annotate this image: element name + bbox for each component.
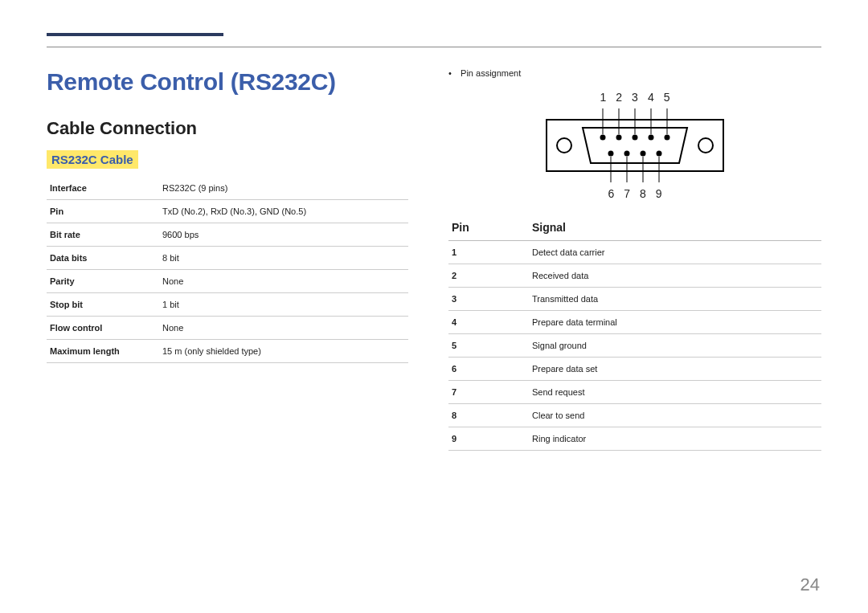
table-row: 1Detect data carrier [448, 241, 821, 264]
svg-point-5 [616, 135, 622, 141]
bottom-pin-numbers: 6 7 8 9 [530, 187, 739, 200]
header-rule [47, 47, 821, 47]
table-row: 3Transmitted data [448, 288, 821, 311]
header-accent-bar [47, 33, 223, 36]
spec-label: Stop bit [47, 293, 159, 317]
spec-value: 8 bit [159, 247, 408, 270]
pin-assignment-text: Pin assignment [461, 68, 521, 78]
table-row: Flow controlNone [47, 317, 408, 340]
svg-point-3 [698, 138, 713, 153]
spec-value: 1 bit [159, 293, 408, 317]
pin-col-header: Pin [448, 215, 529, 241]
spec-label: Bit rate [47, 223, 159, 247]
svg-point-9 [608, 151, 614, 157]
pin-assignment-label: • Pin assignment [448, 68, 821, 78]
svg-point-4 [600, 135, 606, 141]
table-row: 4Prepare data terminal [448, 311, 821, 334]
svg-point-10 [624, 151, 630, 157]
table-row: 2Received data [448, 264, 821, 288]
subsection-highlight: RS232C Cable [47, 150, 138, 169]
spec-label: Maximum length [47, 340, 159, 363]
spec-label: Flow control [47, 317, 159, 340]
table-row: PinTxD (No.2), RxD (No.3), GND (No.5) [47, 200, 408, 223]
svg-point-2 [557, 138, 571, 153]
signal-col-header: Signal [529, 215, 821, 241]
table-row: 9Ring indicator [448, 427, 821, 451]
svg-point-7 [649, 135, 654, 141]
pin-signal-table: Pin Signal 1Detect data carrier 2Receive… [448, 215, 821, 451]
table-row: 7Send request [448, 381, 821, 404]
top-pin-numbers: 1 2 3 4 5 [530, 91, 739, 104]
spec-value: 15 m (only shielded type) [159, 340, 408, 363]
table-row: ParityNone [47, 270, 408, 293]
table-row: InterfaceRS232C (9 pins) [47, 177, 408, 200]
spec-label: Interface [47, 177, 159, 200]
page-title: Remote Control (RS232C) [47, 68, 408, 96]
svg-point-12 [657, 151, 662, 157]
bullet-icon: • [448, 68, 458, 78]
svg-point-6 [633, 135, 638, 141]
table-row: Maximum length15 m (only shielded type) [47, 340, 408, 363]
spec-value: None [159, 317, 408, 340]
spec-label: Pin [47, 200, 159, 223]
page-number: 24 [800, 574, 820, 595]
table-row: Stop bit1 bit [47, 293, 408, 317]
table-row: Bit rate9600 bps [47, 223, 408, 247]
spec-value: 9600 bps [159, 223, 408, 247]
spec-label: Parity [47, 270, 159, 293]
table-row: Data bits8 bit [47, 247, 408, 270]
connector-diagram: 1 2 3 4 5 [530, 91, 739, 200]
db9-connector-icon [538, 105, 731, 186]
spec-table: InterfaceRS232C (9 pins) PinTxD (No.2), … [47, 177, 408, 363]
spec-value: TxD (No.2), RxD (No.3), GND (No.5) [159, 200, 408, 223]
svg-point-8 [665, 135, 670, 141]
table-row: 5Signal ground [448, 334, 821, 358]
spec-value: None [159, 270, 408, 293]
svg-point-11 [641, 151, 646, 157]
table-row: 8Clear to send [448, 404, 821, 427]
section-heading: Cable Connection [47, 118, 408, 139]
table-row: 6Prepare data set [448, 358, 821, 381]
spec-value: RS232C (9 pins) [159, 177, 408, 200]
spec-label: Data bits [47, 247, 159, 270]
